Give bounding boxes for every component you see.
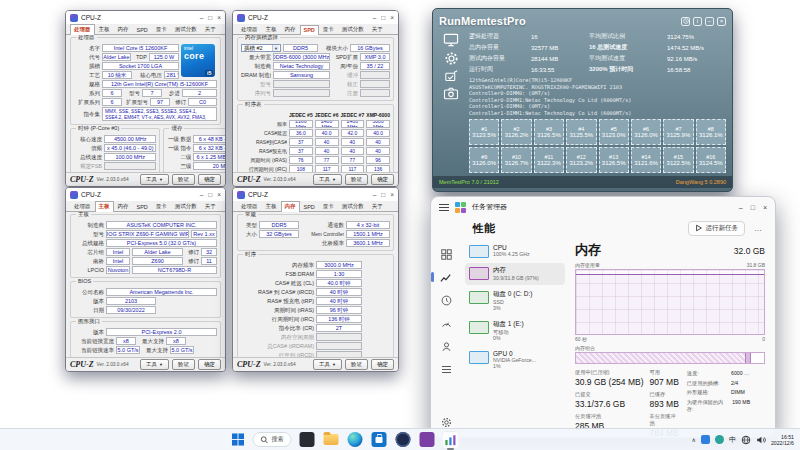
close-icon[interactable]: × bbox=[390, 14, 394, 22]
titlebar[interactable]: CPU-Z –□× bbox=[66, 11, 225, 24]
ok-button[interactable]: 确定 bbox=[371, 359, 394, 370]
tab-关于[interactable]: 关于 bbox=[368, 201, 387, 211]
tab-测试分数[interactable]: 测试分数 bbox=[338, 24, 368, 34]
memtest-taskbar-button[interactable] bbox=[418, 431, 436, 449]
monitor-icon[interactable] bbox=[443, 33, 459, 47]
tab-内存[interactable]: 内存 bbox=[114, 201, 133, 211]
taskbar-app-dark[interactable] bbox=[298, 431, 316, 449]
tab-处理器[interactable]: 处理器 bbox=[237, 201, 262, 211]
tray-icon-blue[interactable] bbox=[701, 435, 710, 444]
perf-item-磁盘 0 (C: D:)[interactable]: 磁盘 0 (C: D:)SSD3% bbox=[465, 287, 565, 315]
perf-item-内存[interactable]: 内存30.9/31.8 GB (97%) bbox=[465, 263, 565, 285]
maximize-icon[interactable]: □ bbox=[381, 14, 385, 22]
close-icon[interactable]: × bbox=[390, 191, 394, 199]
processes-icon[interactable] bbox=[438, 247, 454, 261]
minimize-icon[interactable]: – bbox=[200, 191, 204, 199]
minimize-icon[interactable]: – bbox=[373, 14, 377, 22]
close-icon[interactable]: × bbox=[217, 14, 221, 22]
tab-主板[interactable]: 主板 bbox=[95, 24, 114, 34]
more-options-button[interactable]: … bbox=[751, 224, 765, 233]
perf-item-磁盘 1 (E:)[interactable]: 磁盘 1 (E:)可移动0% bbox=[465, 317, 565, 345]
perf-item-GPU 0[interactable]: GPU 0NVIDIA GeForce...1% bbox=[465, 347, 565, 373]
titlebar[interactable]: 任务管理器 –□× bbox=[431, 197, 775, 217]
titlebar[interactable]: CPU-Z –□× bbox=[233, 188, 398, 201]
tab-内存[interactable]: 内存 bbox=[281, 24, 300, 34]
edge-browser-button[interactable] bbox=[346, 431, 364, 449]
camera-icon[interactable] bbox=[443, 87, 459, 100]
tab-显卡[interactable]: 显卡 bbox=[319, 201, 338, 211]
maximize-icon[interactable]: □ bbox=[208, 191, 212, 199]
startup-apps-icon[interactable] bbox=[438, 316, 454, 330]
minimize-icon[interactable]: – bbox=[373, 191, 377, 199]
tab-关于[interactable]: 关于 bbox=[368, 24, 387, 34]
tab-处理器[interactable]: 处理器 bbox=[70, 201, 95, 211]
tab-SPD[interactable]: SPD bbox=[300, 25, 319, 35]
volume-icon[interactable] bbox=[756, 435, 766, 445]
ok-button[interactable]: 确定 bbox=[198, 359, 221, 370]
tab-测试分数[interactable]: 测试分数 bbox=[171, 201, 201, 211]
memory-composition-bar[interactable] bbox=[575, 352, 765, 364]
titlebar[interactable]: CPU-Z –□× bbox=[66, 188, 225, 201]
tab-主板[interactable]: 主板 bbox=[95, 201, 114, 212]
close-icon[interactable]: × bbox=[717, 17, 726, 26]
tools-button[interactable]: 工具▼ bbox=[313, 359, 342, 370]
ok-button[interactable]: 确定 bbox=[198, 174, 221, 185]
minimize-icon[interactable]: – bbox=[200, 14, 204, 22]
minimize-icon[interactable]: – bbox=[705, 17, 714, 26]
tab-关于[interactable]: 关于 bbox=[201, 24, 220, 34]
tools-button[interactable]: 工具▼ bbox=[313, 174, 342, 185]
tab-内存[interactable]: 内存 bbox=[114, 24, 133, 34]
tab-SPD[interactable]: SPD bbox=[300, 202, 319, 211]
tab-SPD[interactable]: SPD bbox=[133, 202, 152, 211]
titlebar[interactable]: RunMemtestPro i – × bbox=[439, 13, 726, 29]
validate-button[interactable]: 验证 bbox=[345, 359, 368, 370]
tab-显卡[interactable]: 显卡 bbox=[319, 24, 338, 34]
maximize-icon[interactable]: □ bbox=[208, 14, 212, 22]
start-button[interactable] bbox=[229, 431, 247, 449]
tab-内存[interactable]: 内存 bbox=[281, 201, 300, 212]
menu-icon[interactable] bbox=[439, 204, 449, 211]
tab-测试分数[interactable]: 测试分数 bbox=[338, 201, 368, 211]
performance-icon[interactable] bbox=[438, 270, 454, 284]
run-new-task-button[interactable]: 运行新任务 bbox=[688, 221, 746, 236]
tools-button[interactable]: 工具▼ bbox=[140, 359, 169, 370]
ok-button[interactable]: 确定 bbox=[371, 174, 394, 185]
tools-button[interactable]: 工具▼ bbox=[140, 174, 169, 185]
ime-indicator[interactable]: 中 bbox=[729, 435, 736, 445]
perf-item-CPU[interactable]: CPU100% 4.25 GHz bbox=[465, 241, 565, 261]
tab-关于[interactable]: 关于 bbox=[201, 201, 220, 211]
settings-icon[interactable] bbox=[438, 415, 454, 429]
tab-主板[interactable]: 主板 bbox=[262, 24, 281, 34]
titlebar[interactable]: CPU-Z –□× bbox=[233, 11, 398, 24]
users-icon[interactable] bbox=[438, 339, 454, 353]
minimize-icon[interactable]: – bbox=[739, 204, 743, 211]
app-history-icon[interactable] bbox=[438, 293, 454, 307]
clock[interactable]: 16:512022/12/6 bbox=[771, 434, 794, 446]
close-icon[interactable]: × bbox=[217, 191, 221, 199]
task-manager-taskbar-button[interactable] bbox=[442, 431, 460, 449]
tab-SPD[interactable]: SPD bbox=[133, 25, 152, 34]
cpuz-taskbar-button[interactable] bbox=[394, 431, 412, 449]
tray-icon-teal[interactable] bbox=[715, 435, 724, 444]
info-icon[interactable]: i bbox=[693, 17, 702, 26]
settings-gear-icon[interactable] bbox=[444, 51, 459, 66]
test-tools-icon[interactable] bbox=[444, 70, 459, 83]
search-box[interactable]: 搜索 bbox=[253, 432, 292, 447]
tab-处理器[interactable]: 处理器 bbox=[70, 24, 95, 35]
validate-button[interactable]: 验证 bbox=[172, 174, 195, 185]
validate-button[interactable]: 验证 bbox=[172, 359, 195, 370]
maximize-icon[interactable]: □ bbox=[751, 204, 755, 211]
tab-测试分数[interactable]: 测试分数 bbox=[171, 24, 201, 34]
close-icon[interactable]: × bbox=[763, 204, 767, 211]
tab-处理器[interactable]: 处理器 bbox=[237, 24, 262, 34]
tab-主板[interactable]: 主板 bbox=[262, 201, 281, 211]
schedule-icon[interactable] bbox=[681, 17, 690, 26]
maximize-icon[interactable]: □ bbox=[381, 191, 385, 199]
tray-expand-icon[interactable]: ∧ bbox=[692, 436, 696, 443]
details-icon[interactable] bbox=[438, 362, 454, 376]
file-explorer-button[interactable] bbox=[322, 431, 340, 449]
tab-显卡[interactable]: 显卡 bbox=[152, 24, 171, 34]
slot-select[interactable]: 插槽 #2▼ bbox=[241, 44, 281, 52]
validate-button[interactable]: 验证 bbox=[345, 174, 368, 185]
tab-显卡[interactable]: 显卡 bbox=[152, 201, 171, 211]
